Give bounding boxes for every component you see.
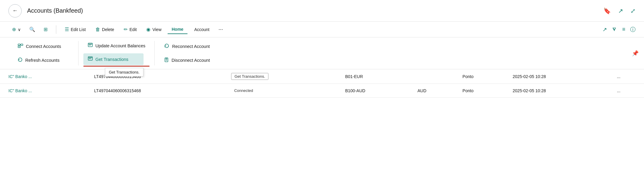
bookmark-icon[interactable]: 🔖 (603, 7, 611, 14)
delete-button[interactable]: 🗑 Delete (92, 25, 118, 34)
cell-more-1[interactable]: ... (612, 69, 644, 84)
get-transactions-button[interactable]: Get Transactions (83, 53, 144, 65)
delete-icon: 🗑 (95, 27, 100, 32)
connect-accounts-icon (17, 43, 23, 50)
copy-button[interactable]: ⊕ ∨ (8, 25, 24, 34)
cell-account-code-1: B01-EUR (340, 69, 413, 84)
edit-list-button[interactable]: ☰ Edit List (61, 25, 89, 34)
cell-date-2: 2025-02-05 10:28 (508, 84, 612, 98)
reconnect-icon (164, 43, 170, 50)
status-badge-2: Connected (231, 87, 256, 94)
toolbar-filter-icon[interactable]: ⛛ (612, 26, 617, 33)
cell-company-1: IC" Banko ... (0, 69, 89, 84)
delete-label: Delete (102, 27, 114, 32)
cell-currency-1 (413, 69, 458, 84)
account-tab[interactable]: Account (190, 25, 214, 34)
get-transactions-underline (83, 66, 150, 67)
ribbon-col-1: Connect Accounts Refresh Accounts (8, 37, 78, 69)
cell-status-1: Get Transactions. (226, 69, 340, 84)
toolbar-right: ↗ ⛛ ≡ ⓘ (602, 26, 636, 33)
accounts-table: IC" Banko ... LT497044060006315468 Get T… (0, 69, 644, 98)
disconnect-icon (164, 57, 169, 64)
toolbar-list-icon[interactable]: ≡ (622, 26, 625, 33)
header: ← Accounts (Bankfeed) 🔖 ↗ ⤢ (0, 0, 644, 22)
toolbar-left-group: ⊕ ∨ 🔍 ⊞ (8, 25, 51, 34)
cell-more-2[interactable]: ... (612, 84, 644, 98)
more-options-button[interactable]: ··· (216, 25, 225, 34)
update-balances-button[interactable]: Update Account Balances (83, 40, 150, 52)
edit-list-icon: ☰ (65, 27, 69, 32)
get-transactions-icon (88, 56, 93, 63)
connect-accounts-label: Connect Accounts (26, 44, 61, 49)
more-options-icon: ··· (218, 26, 223, 33)
cell-account-code-2: B100-AUD (340, 84, 413, 98)
cell-provider-1: Ponto (458, 69, 508, 84)
toolbar-share-icon[interactable]: ↗ (602, 26, 607, 33)
status-badge-1: Get Transactions. (231, 73, 268, 80)
copy-icon: ⊕ (12, 27, 16, 32)
edit-icon: ✏ (124, 27, 128, 32)
search-button[interactable]: 🔍 (26, 25, 39, 34)
svg-rect-1 (21, 44, 23, 46)
view-button[interactable]: ◉ View (143, 25, 165, 34)
cell-iban-2: LT497044060006315468 (89, 84, 226, 98)
svg-rect-4 (88, 57, 92, 60)
share-icon[interactable]: ↗ (618, 7, 623, 14)
cell-status-2: Connected (226, 84, 340, 98)
layout-button[interactable]: ⊞ (40, 25, 51, 34)
back-icon: ← (12, 8, 18, 14)
header-actions: 🔖 ↗ ⤢ (603, 7, 636, 14)
get-transactions-label: Get Transactions (95, 57, 128, 62)
svg-rect-3 (88, 43, 92, 47)
update-balances-icon (88, 42, 93, 49)
refresh-accounts-button[interactable]: Refresh Accounts (13, 55, 73, 66)
reconnect-label: Reconnect Account (172, 44, 210, 49)
ribbon: Connect Accounts Refresh Accounts U (0, 37, 644, 69)
table-row[interactable]: IC" Banko ... LT497044060006315468 Conne… (0, 84, 644, 98)
connect-accounts-button[interactable]: Connect Accounts (13, 40, 73, 53)
edit-list-label: Edit List (71, 27, 86, 32)
toolbar-divider-1 (56, 25, 56, 34)
home-tab[interactable]: Home (168, 25, 188, 34)
get-transactions-tooltip: Get Transactions. (105, 68, 144, 77)
refresh-accounts-icon (17, 57, 23, 64)
table-area: IC" Banko ... LT497044060006315468 Get T… (0, 69, 644, 98)
update-balances-label: Update Account Balances (95, 43, 145, 48)
view-label: View (152, 27, 161, 32)
table-row[interactable]: IC" Banko ... LT497044060006315468 Get T… (0, 69, 644, 84)
ribbon-col-2: Update Account Balances Get Transactions… (79, 37, 154, 69)
home-label: Home (172, 27, 184, 32)
toolbar-info-icon[interactable]: ⓘ (630, 26, 636, 33)
refresh-accounts-label: Refresh Accounts (25, 58, 60, 63)
account-label: Account (194, 27, 209, 32)
edit-button[interactable]: ✏ Edit (120, 25, 140, 34)
cell-company-2: IC" Banko ... (0, 84, 89, 98)
cell-provider-2: Ponto (458, 84, 508, 98)
svg-rect-2 (18, 46, 20, 48)
expand-icon[interactable]: ⤢ (630, 7, 636, 14)
search-icon: 🔍 (29, 27, 35, 32)
toolbar: ⊕ ∨ 🔍 ⊞ ☰ Edit List 🗑 Delete ✏ Edit ◉ Vi… (0, 22, 644, 37)
copy-icon-down: ∨ (18, 27, 21, 32)
get-transactions-wrapper: Get Transactions Get Transactions. (83, 53, 150, 67)
disconnect-button[interactable]: Disconnect Account (159, 55, 220, 66)
edit-label: Edit (129, 27, 137, 32)
cell-currency-2: AUD (413, 84, 458, 98)
back-button[interactable]: ← (8, 4, 22, 17)
cell-date-1: 2025-02-05 10:28 (508, 69, 612, 84)
view-icon: ◉ (146, 27, 150, 32)
svg-rect-0 (18, 44, 20, 46)
pin-icon[interactable]: 📌 (632, 50, 639, 57)
ribbon-col-3: Reconnect Account Disconnect Account (155, 37, 224, 69)
page-title: Accounts (Bankfeed) (27, 7, 603, 14)
reconnect-button[interactable]: Reconnect Account (159, 40, 220, 53)
layout-icon: ⊞ (44, 27, 48, 32)
disconnect-label: Disconnect Account (172, 58, 210, 63)
